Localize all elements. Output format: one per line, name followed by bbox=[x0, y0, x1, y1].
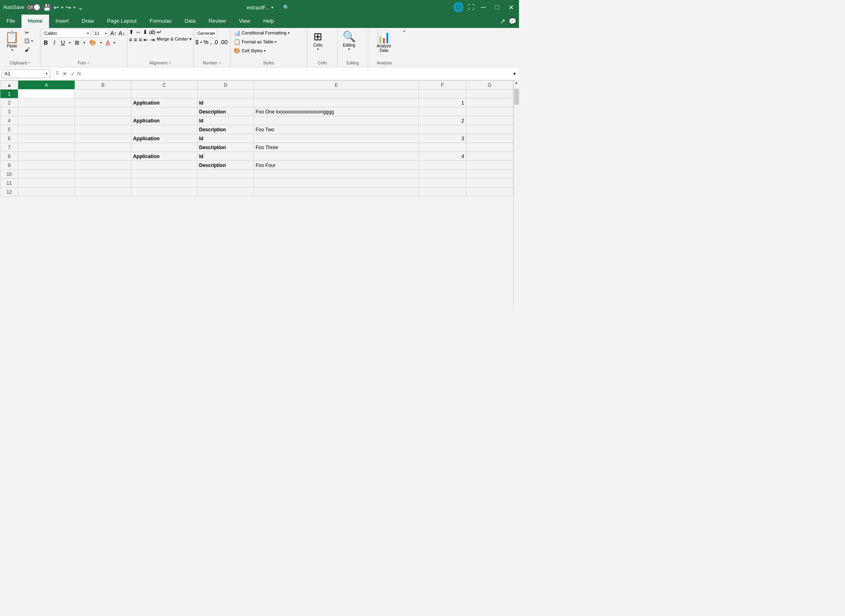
full-screen-icon[interactable]: ⛶ bbox=[468, 4, 474, 11]
scroll-up-button[interactable]: ▲ bbox=[514, 80, 519, 87]
editing-button[interactable]: 🔍 Editing ▾ bbox=[339, 29, 359, 53]
row-header-3[interactable]: 3 bbox=[0, 107, 18, 116]
tab-insert[interactable]: Insert bbox=[49, 15, 75, 28]
cell-C5[interactable] bbox=[131, 125, 197, 134]
cell-C4[interactable]: Application bbox=[131, 116, 197, 125]
cell-A8[interactable] bbox=[18, 152, 75, 161]
cell-A6[interactable] bbox=[18, 134, 75, 143]
cell-A3[interactable] bbox=[18, 107, 75, 116]
tab-view[interactable]: View bbox=[232, 15, 257, 28]
cell-E11[interactable] bbox=[254, 179, 419, 188]
cell-C2[interactable]: Application bbox=[131, 98, 197, 107]
cell-F9[interactable] bbox=[419, 161, 466, 170]
cell-A12[interactable] bbox=[18, 188, 75, 197]
number-expand-icon[interactable]: ↗ bbox=[218, 61, 221, 65]
cell-C8[interactable]: Application bbox=[131, 152, 197, 161]
conditional-formatting-button[interactable]: 📊 Conditional Formatting ▾ bbox=[232, 29, 291, 37]
comments-icon[interactable]: 💬 bbox=[508, 17, 517, 25]
cell-F6[interactable]: 3 bbox=[419, 134, 466, 143]
percent-icon[interactable]: % bbox=[204, 39, 208, 45]
cell-A1[interactable] bbox=[18, 90, 75, 98]
cell-B9[interactable] bbox=[75, 161, 131, 170]
cell-E8[interactable] bbox=[254, 152, 419, 161]
cell-B11[interactable] bbox=[75, 179, 131, 188]
col-header-F[interactable]: F bbox=[419, 81, 466, 90]
align-top-icon[interactable]: ⬆ bbox=[129, 29, 134, 35]
align-center-icon[interactable]: ≡ bbox=[134, 36, 137, 43]
cell-D4[interactable]: Id bbox=[197, 116, 254, 125]
cell-A4[interactable] bbox=[18, 116, 75, 125]
row-header-1[interactable]: 1 bbox=[0, 90, 18, 98]
clipboard-expand-icon[interactable]: ↗ bbox=[28, 61, 30, 65]
cell-D7[interactable]: Description bbox=[197, 143, 254, 152]
cell-A5[interactable] bbox=[18, 125, 75, 134]
row-header-5[interactable]: 5 bbox=[0, 125, 18, 134]
cell-F11[interactable] bbox=[419, 179, 466, 188]
search-icon[interactable]: 🔍 bbox=[283, 4, 290, 11]
tab-review[interactable]: Review bbox=[202, 15, 233, 28]
fill-color-dropdown[interactable]: ▾ bbox=[100, 41, 102, 45]
increase-decimal-icon[interactable]: .00 bbox=[220, 39, 227, 45]
cell-B2[interactable] bbox=[75, 98, 131, 107]
cell-D2[interactable]: Id bbox=[197, 98, 254, 107]
cell-G8[interactable] bbox=[466, 152, 513, 161]
cell-E12[interactable] bbox=[254, 188, 419, 197]
align-right-icon[interactable]: ≡ bbox=[139, 36, 142, 43]
align-left-icon[interactable]: ≡ bbox=[129, 36, 132, 43]
cell-E5[interactable]: Foo Two bbox=[254, 125, 419, 134]
cell-B5[interactable] bbox=[75, 125, 131, 134]
cell-G1[interactable] bbox=[466, 90, 513, 98]
underline-dropdown[interactable]: ▾ bbox=[69, 41, 71, 45]
cell-G12[interactable] bbox=[466, 188, 513, 197]
font-color-dropdown[interactable]: ▾ bbox=[114, 41, 115, 45]
cell-A7[interactable] bbox=[18, 143, 75, 152]
col-header-A[interactable]: A bbox=[18, 81, 75, 90]
col-header-C[interactable]: C bbox=[131, 81, 197, 90]
cell-B6[interactable] bbox=[75, 134, 131, 143]
cell-F12[interactable] bbox=[419, 188, 466, 197]
cell-D6[interactable]: Id bbox=[197, 134, 254, 143]
cell-F4[interactable]: 2 bbox=[419, 116, 466, 125]
number-format-selector[interactable]: General ▾ bbox=[195, 29, 217, 38]
cell-B7[interactable] bbox=[75, 143, 131, 152]
format-as-table-button[interactable]: 📋 Format as Table ▾ bbox=[232, 38, 278, 46]
cell-G2[interactable] bbox=[466, 98, 513, 107]
minimize-button[interactable]: ─ bbox=[478, 4, 488, 11]
cell-C3[interactable] bbox=[131, 107, 197, 116]
scroll-thumb[interactable] bbox=[514, 89, 519, 105]
autosave-switch[interactable]: Off bbox=[26, 4, 41, 11]
font-expand-icon[interactable]: ↗ bbox=[87, 61, 90, 65]
cell-E3[interactable]: Foo One loooooooooooooooongggg bbox=[254, 107, 419, 116]
cell-B12[interactable] bbox=[75, 188, 131, 197]
copy-button[interactable]: ⿻ ▾ bbox=[23, 37, 34, 45]
analyze-data-button[interactable]: 📊 Analyze Data bbox=[370, 29, 398, 54]
cell-A9[interactable] bbox=[18, 161, 75, 170]
cell-C1[interactable] bbox=[131, 90, 197, 98]
col-header-E[interactable]: E bbox=[254, 81, 419, 90]
cell-G9[interactable] bbox=[466, 161, 513, 170]
decrease-font-icon[interactable]: A↓ bbox=[118, 30, 125, 36]
font-size-selector[interactable]: 11 ▾ bbox=[92, 29, 109, 38]
cell-D10[interactable] bbox=[197, 170, 254, 179]
currency-dropdown[interactable]: ▾ bbox=[200, 41, 202, 44]
cells-button[interactable]: ⊞ Cells ▾ bbox=[309, 29, 327, 53]
cell-B3[interactable] bbox=[75, 107, 131, 116]
italic-button[interactable]: I bbox=[52, 39, 57, 46]
cell-A2[interactable] bbox=[18, 98, 75, 107]
cell-E10[interactable] bbox=[254, 170, 419, 179]
undo-icon[interactable]: ↩ bbox=[54, 4, 59, 11]
confirm-formula-icon[interactable]: ✓ bbox=[71, 71, 75, 77]
tab-data[interactable]: Data bbox=[178, 15, 202, 28]
increase-font-icon[interactable]: A↑ bbox=[110, 30, 117, 36]
row-header-7[interactable]: 7 bbox=[0, 143, 18, 152]
cell-E9[interactable]: Foo Four bbox=[254, 161, 419, 170]
border-button[interactable]: ⊞ bbox=[73, 39, 81, 46]
formula-input[interactable] bbox=[84, 71, 512, 77]
cell-D11[interactable] bbox=[197, 179, 254, 188]
tab-file[interactable]: File bbox=[0, 15, 21, 28]
cell-D12[interactable] bbox=[197, 188, 254, 197]
border-dropdown[interactable]: ▾ bbox=[84, 41, 85, 45]
orientation-icon[interactable]: ab bbox=[149, 29, 156, 35]
restore-button[interactable]: □ bbox=[492, 4, 502, 11]
decrease-indent-icon[interactable]: ⇤ bbox=[144, 36, 148, 43]
